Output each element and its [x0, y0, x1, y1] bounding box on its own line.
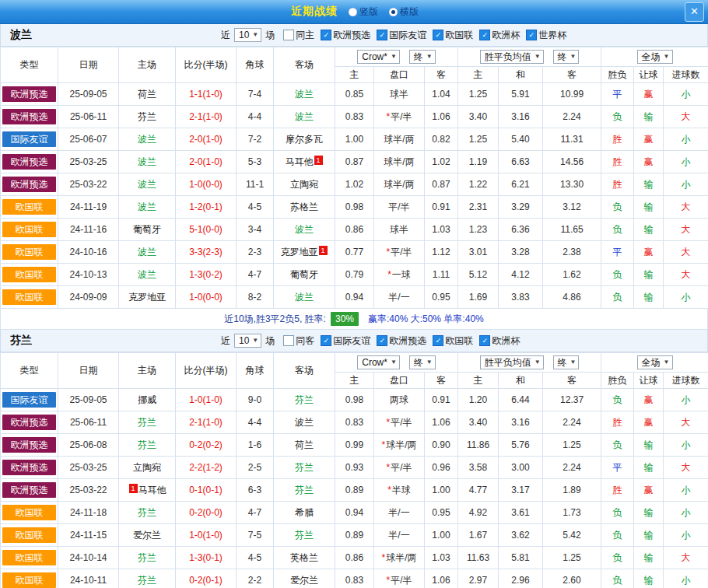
avg-home-cell: 2.31	[458, 196, 499, 219]
corner-cell: 7-4	[237, 83, 274, 106]
result-wdl-cell: 负	[601, 196, 634, 219]
table-head: 类型日期主场比分(半场)角球客场Crow*▼终▼胜平负均值▼终▼全场▼主盘口客主…	[1, 47, 708, 83]
competition-checkbox-0[interactable]: ✓国际友谊	[321, 334, 370, 348]
recent-count-select[interactable]: 10▼	[234, 334, 261, 348]
away-team-cell: 英格兰	[274, 547, 335, 569]
result-wdl-cell: 负	[601, 434, 634, 457]
avg-home-cell: 1.69	[458, 286, 499, 309]
competition-badge: 欧洲预选	[2, 460, 56, 475]
team-name: 波兰	[295, 89, 314, 100]
checkbox-checked-icon[interactable]: ✓	[526, 30, 537, 40]
checkbox-checked-icon[interactable]: ✓	[433, 30, 443, 40]
checkbox-checked-icon[interactable]: ✓	[479, 30, 490, 40]
match-row: 欧国联24-11-16葡萄牙5-1(0-0)3-4波兰0.86球半1.031.2…	[1, 219, 708, 241]
subcolumn-header: 主	[458, 67, 499, 83]
avg-draw-cell: 5.91	[499, 83, 543, 106]
odds-final-select[interactable]: 终▼	[409, 50, 436, 64]
home-team-cell: 波兰	[119, 196, 176, 219]
competition-cell: 国际友谊	[1, 389, 58, 411]
result-handicap-cell: 赢	[634, 411, 664, 434]
competition-checkbox-1[interactable]: ✓国际友谊	[377, 29, 426, 42]
checkbox-checked-icon[interactable]: ✓	[377, 30, 387, 40]
competition-checkbox-0[interactable]: ✓欧洲预选	[321, 29, 370, 42]
checkbox-checked-icon[interactable]: ✓	[479, 335, 490, 346]
team-name: 波兰	[138, 269, 156, 280]
radio-unselected-icon[interactable]	[349, 8, 357, 16]
away-team-cell: 苏格兰	[274, 196, 335, 219]
odds-home-cell: 0.98	[335, 389, 374, 411]
avg-away-cell: 2.24	[543, 411, 601, 434]
competition-checkbox-2[interactable]: ✓欧国联	[433, 334, 473, 348]
result-handicap-cell: 输	[634, 502, 664, 524]
dropdown-arrow-icon: ▼	[570, 357, 577, 368]
competition-checkbox-1[interactable]: ✓欧洲预选	[377, 334, 426, 348]
same-venue-checkbox[interactable]: 同客	[283, 334, 314, 348]
competition-cell: 欧国联	[1, 524, 58, 547]
recent-count-select-value: 10	[239, 30, 249, 40]
away-team-cell: 波兰	[274, 106, 335, 128]
checkbox-label: 欧洲杯	[492, 334, 520, 348]
subcolumn-header: 和	[499, 373, 543, 389]
avg-source-select[interactable]: 胜平负均值▼	[480, 50, 544, 64]
checkbox-checked-icon[interactable]: ✓	[433, 335, 443, 346]
recent-count-select[interactable]: 10▼	[234, 28, 261, 42]
checkbox-unchecked-icon[interactable]	[283, 30, 294, 40]
checkbox-checked-icon[interactable]: ✓	[377, 335, 387, 346]
date-cell: 24-10-16	[58, 241, 119, 264]
competition-cell: 国际友谊	[1, 128, 58, 151]
away-team-cell: 芬兰	[274, 524, 335, 547]
competition-checkbox-3[interactable]: ✓欧洲杯	[479, 29, 520, 42]
competition-badge: 欧国联	[2, 289, 56, 305]
odds-source-select-value: Crow*	[362, 357, 387, 368]
layout-horizontal-option[interactable]: 横版	[389, 5, 419, 19]
avg-draw-cell: 5.76	[499, 434, 543, 457]
score-cell: 0-2(0-2)	[176, 434, 237, 457]
fulltime-select[interactable]: 全场▼	[637, 50, 673, 64]
match-row: 欧洲预选25-06-11芬兰2-1(1-0)4-4波兰0.83*平/半1.063…	[1, 411, 708, 434]
home-team-cell: 爱尔兰	[119, 524, 176, 547]
team-name: 爱尔兰	[133, 530, 161, 541]
handicap-cell: *球半/两	[374, 547, 425, 569]
radio-selected-icon[interactable]	[389, 8, 398, 16]
competition-checkbox-3[interactable]: ✓欧洲杯	[479, 334, 520, 348]
result-wdl-cell: 负	[601, 106, 634, 128]
avg-final-select[interactable]: 终▼	[553, 50, 580, 64]
competition-checkbox-4[interactable]: ✓世界杯	[526, 29, 566, 42]
checkbox-checked-icon[interactable]: ✓	[321, 30, 331, 40]
odds-home-cell: 0.83	[335, 411, 374, 434]
competition-badge: 欧洲预选	[2, 109, 56, 124]
match-row: 欧国联24-10-16波兰3-3(2-3)2-3克罗地亚10.77*平/半1.1…	[1, 241, 708, 264]
corner-cell: 4-7	[237, 264, 274, 286]
competition-badge: 欧国联	[2, 267, 56, 282]
column-header: 比分(半场)	[176, 47, 237, 83]
layout-vertical-option[interactable]: 竖版	[349, 5, 378, 19]
avg-draw-cell: 3.28	[499, 241, 543, 264]
avg-draw-cell: 3.62	[499, 524, 543, 547]
competition-cell: 欧洲预选	[1, 151, 58, 173]
close-button[interactable]: ✕	[685, 2, 704, 22]
home-team-cell: 芬兰	[119, 106, 176, 128]
avg-final-select[interactable]: 终▼	[553, 355, 580, 369]
asterisk-marker: *	[386, 417, 390, 428]
summary-rates: 赢率:40% 大:50% 单率:40%	[368, 313, 484, 326]
subcolumn-header: 客	[543, 373, 601, 389]
checkbox-checked-icon[interactable]: ✓	[321, 335, 331, 346]
result-goals-cell: 小	[664, 128, 708, 151]
result-goals-cell: 大	[664, 411, 708, 434]
team-name: 马耳他	[138, 485, 166, 495]
checkbox-unchecked-icon[interactable]	[283, 335, 294, 346]
date-cell: 25-03-25	[58, 457, 119, 479]
away-team-cell: 爱尔兰	[274, 569, 335, 588]
fulltime-select[interactable]: 全场▼	[637, 355, 673, 369]
subcolumn-header: 让球	[634, 67, 664, 83]
same-venue-checkbox[interactable]: 同主	[283, 29, 314, 42]
away-team-cell: 摩尔多瓦	[274, 128, 335, 151]
avg-source-select[interactable]: 胜平负均值▼	[480, 355, 544, 369]
odds-source-select[interactable]: Crow*▼	[357, 355, 400, 369]
avg-draw-cell: 6.21	[499, 173, 543, 196]
team-name: 芬兰	[295, 530, 314, 541]
competition-checkbox-2[interactable]: ✓欧国联	[433, 29, 473, 42]
handicap-cell: *平/半	[374, 241, 425, 264]
odds-source-select[interactable]: Crow*▼	[357, 50, 400, 64]
odds-final-select[interactable]: 终▼	[409, 355, 436, 369]
